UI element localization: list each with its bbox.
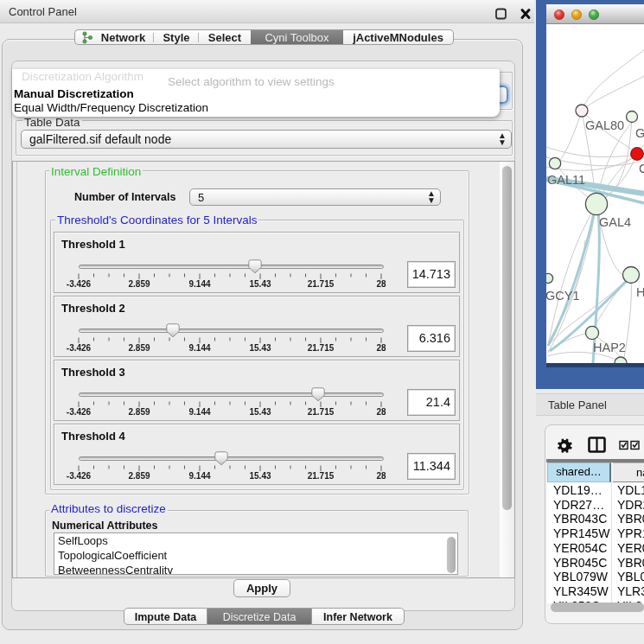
- svg-text:G: G: [635, 126, 644, 140]
- svg-text:HAP2: HAP2: [593, 341, 626, 354]
- svg-text:C: C: [639, 162, 644, 175]
- svg-text:H: H: [636, 285, 644, 299]
- svg-text:GAL80: GAL80: [585, 118, 624, 132]
- svg-text:GAL11: GAL11: [547, 173, 585, 187]
- svg-text:GCY1: GCY1: [546, 289, 580, 303]
- svg-text:GAL4: GAL4: [599, 215, 631, 229]
